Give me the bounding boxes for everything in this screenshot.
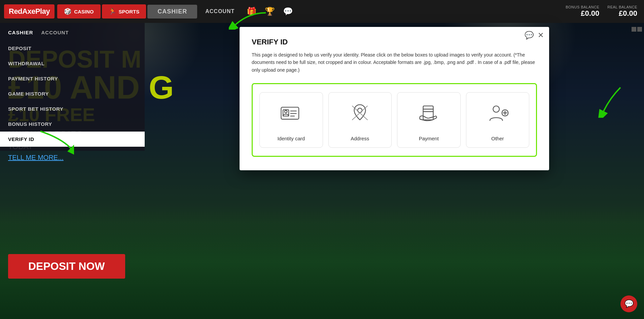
payment-label: Payment <box>419 136 439 141</box>
brand-logo[interactable]: RedAxePlay <box>4 4 55 19</box>
gift-icon[interactable]: 🎁 <box>247 7 257 16</box>
cashier-button[interactable]: CASHIER <box>147 5 197 19</box>
modal-close-icon[interactable]: ✕ <box>538 31 544 40</box>
real-balance: REAL BALANCE £0.00 <box>607 5 637 18</box>
svg-rect-9 <box>423 106 433 120</box>
modal-toolbar: 💬 ✕ <box>525 31 544 40</box>
casino-button[interactable]: 🎲 CASINO <box>57 4 100 19</box>
sidebar-item-bonus-history[interactable]: BONUS HISTORY <box>0 116 145 132</box>
identity-card-label: Identity card <box>277 136 305 141</box>
trophy-icon[interactable]: 🏆 <box>265 7 275 16</box>
sidebar-item-payment-history[interactable]: PAYMENT HISTORY <box>0 71 145 86</box>
chat-bubble-button[interactable]: 💬 <box>620 295 637 312</box>
sidebar-item-verify-id[interactable]: VERIFY ID <box>0 132 145 147</box>
card-payment[interactable]: Payment <box>397 92 461 148</box>
card-identity[interactable]: Identity card <box>259 92 323 148</box>
top-navigation: RedAxePlay 🎲 CASINO 🏃 SPORTS CASHIER ACC… <box>0 0 644 23</box>
svg-point-6 <box>358 108 362 112</box>
identity-card-icon <box>278 99 305 126</box>
chat-bubble-icon: 💬 <box>624 299 634 308</box>
verify-id-modal: 💬 ✕ VERIFY ID This page is designed to h… <box>240 27 549 170</box>
card-other[interactable]: Other <box>466 92 530 148</box>
sports-icon: 🏃 <box>109 8 116 15</box>
verify-cards-grid: Identity card Address <box>252 83 537 157</box>
casino-icon: 🎲 <box>64 8 71 15</box>
svg-point-12 <box>493 106 500 112</box>
other-icon <box>484 99 511 126</box>
sidebar-header: CASHIER ACCOUNT <box>0 27 145 41</box>
other-label: Other <box>491 136 504 141</box>
sidebar: CASHIER ACCOUNT DEPOSIT WITHDRAWAL PAYME… <box>0 23 145 151</box>
modal-chat-icon[interactable]: 💬 <box>525 31 534 40</box>
bonus-balance: BONUS BALANCE £0.00 <box>566 5 599 18</box>
sidebar-account-tab[interactable]: ACCOUNT <box>41 30 69 35</box>
sidebar-item-sport-bet-history[interactable]: SPORT BET HISTORY <box>0 101 145 116</box>
sidebar-item-withdrawal[interactable]: WITHDRAWAL <box>0 56 145 71</box>
sidebar-cashier-tab[interactable]: CASHIER <box>8 30 33 35</box>
modal-description: This page is designed to help us verify … <box>252 51 537 74</box>
balance-section: BONUS BALANCE £0.00 REAL BALANCE £0.00 <box>566 5 637 18</box>
chat-icon[interactable]: 💬 <box>283 7 293 16</box>
sidebar-item-game-history[interactable]: GAME HISTORY <box>0 86 145 101</box>
card-address[interactable]: Address <box>328 92 392 148</box>
address-icon <box>347 99 373 126</box>
modal-body: VERIFY ID This page is designed to help … <box>240 27 549 170</box>
svg-point-5 <box>285 110 287 113</box>
sports-button[interactable]: 🏃 SPORTS <box>102 4 146 19</box>
modal-title: VERIFY ID <box>252 38 537 46</box>
address-label: Address <box>351 136 369 141</box>
sidebar-item-deposit[interactable]: DEPOSIT <box>0 41 145 56</box>
payment-icon <box>415 99 442 126</box>
account-button[interactable]: ACCOUNT <box>199 5 241 18</box>
modal-overlay: 💬 ✕ VERIFY ID This page is designed to h… <box>145 23 644 319</box>
